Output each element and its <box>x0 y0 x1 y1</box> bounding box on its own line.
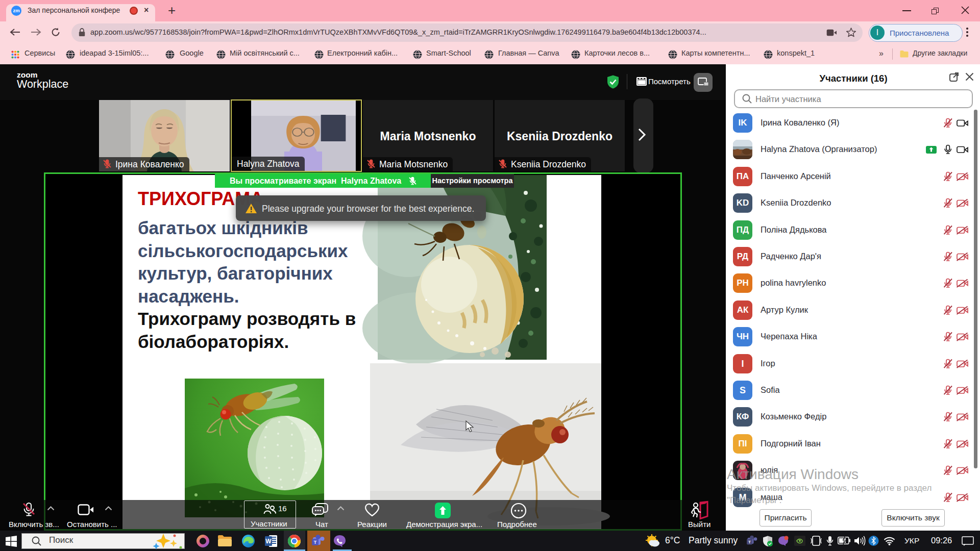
svg-text:T: T <box>314 540 317 545</box>
svg-text:T: T <box>748 540 751 544</box>
svg-text:W: W <box>265 538 272 545</box>
